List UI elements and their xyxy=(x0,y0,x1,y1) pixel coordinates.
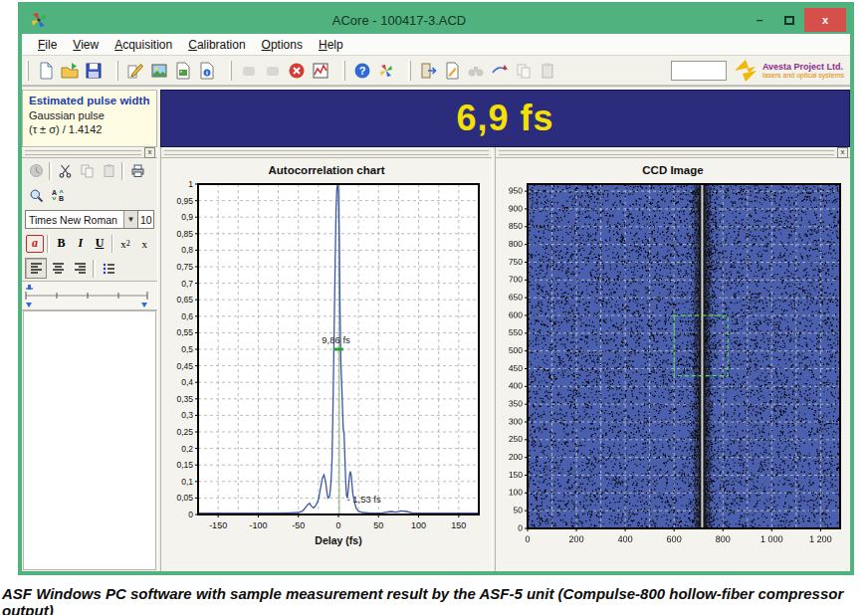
annotate-button[interactable] xyxy=(123,59,147,83)
font-color-button[interactable]: a xyxy=(25,233,45,254)
svg-text:B: B xyxy=(59,195,64,202)
comment-editor-area[interactable] xyxy=(23,310,156,570)
subscript-button[interactable]: x xyxy=(135,233,154,254)
pulse-width-value: 6,9 fs xyxy=(456,98,553,139)
avesta-logo: Avesta Project Ltd. lasers and optical s… xyxy=(733,59,846,83)
svg-text:0,35: 0,35 xyxy=(176,394,193,404)
toolbar-grip[interactable] xyxy=(115,61,118,81)
toolbar-grip[interactable] xyxy=(229,61,232,81)
svg-text:?: ? xyxy=(359,65,366,77)
align-left-button[interactable] xyxy=(25,258,47,279)
menu-item-file[interactable]: File xyxy=(30,36,65,54)
image-info-button[interactable] xyxy=(195,59,219,83)
bold-button[interactable]: B xyxy=(52,233,71,254)
find-button xyxy=(464,59,488,83)
bullet-list-button[interactable] xyxy=(98,258,119,279)
menu-item-help[interactable]: Help xyxy=(311,36,351,54)
screenshot-stage: ACore - 100417-3.ACD – x FileViewAcquisi… xyxy=(0,0,868,615)
svg-text:0,15: 0,15 xyxy=(176,460,193,470)
pulse-width-panel: Estimated pulse width Gaussian pulse (τ … xyxy=(22,90,157,147)
svg-text:0,85: 0,85 xyxy=(176,229,193,239)
toolbar-grip[interactable] xyxy=(26,61,29,81)
close-button[interactable]: x xyxy=(804,8,846,32)
font-size-input[interactable]: 10 xyxy=(138,210,154,229)
toolbar-group xyxy=(26,59,106,83)
dropdown-arrow-icon[interactable]: ▼ xyxy=(123,211,137,228)
menu-item-options[interactable]: Options xyxy=(254,36,311,54)
chart-minibar-grip[interactable] xyxy=(164,150,489,155)
ccd-close-button[interactable]: x xyxy=(837,147,848,158)
font-family-select[interactable]: Times New Roman ▼ xyxy=(25,210,138,229)
find-replace-button[interactable]: AB xyxy=(47,185,69,206)
ccd-title: CCD Image xyxy=(496,158,850,178)
open-file-button[interactable] xyxy=(58,59,82,83)
sidebar-close-button[interactable]: x xyxy=(144,147,155,158)
align-center-button[interactable] xyxy=(47,258,69,279)
report-button[interactable] xyxy=(440,59,464,83)
ccd-minibar-grip[interactable] xyxy=(499,150,834,155)
show-chart-button[interactable] xyxy=(309,59,332,83)
minimize-button[interactable]: – xyxy=(745,8,774,32)
about-button[interactable] xyxy=(374,59,398,83)
autocorrelation-chart[interactable]: 9,86 fs- 1,53 fs00,050,10,150,20,250,30,… xyxy=(162,178,491,560)
picture-doc-icon xyxy=(174,62,192,80)
exit-button[interactable] xyxy=(416,59,440,83)
print-button[interactable] xyxy=(126,160,148,181)
svg-text:0,7: 0,7 xyxy=(181,279,193,289)
svg-text:0,75: 0,75 xyxy=(176,262,193,272)
autocorrelation-chart-body: 9,86 fs- 1,53 fs00,050,10,150,20,250,30,… xyxy=(161,178,492,571)
svg-text:9,86 fs: 9,86 fs xyxy=(322,334,350,345)
autocorrelation-panel: Autocorrelation chart 9,86 fs- 1,53 fs00… xyxy=(161,147,492,571)
paste-clip-icon xyxy=(539,62,556,80)
toolbar-grip[interactable] xyxy=(342,61,345,81)
svg-text:0,5: 0,5 xyxy=(181,344,193,354)
history-clock-icon xyxy=(29,163,44,178)
send-button[interactable] xyxy=(488,59,512,83)
binoculars-icon xyxy=(467,62,485,80)
toolbar-grip[interactable] xyxy=(408,61,411,81)
superscript-button[interactable]: x2 xyxy=(115,233,134,254)
chart-icon xyxy=(312,62,329,80)
new-document-button[interactable] xyxy=(34,59,58,83)
font-color-icon: a xyxy=(26,235,44,253)
stop-red-icon xyxy=(288,62,306,80)
sidebar-minibar-grip[interactable] xyxy=(25,150,141,155)
align-right-icon xyxy=(73,261,88,276)
separator xyxy=(93,260,96,278)
align-right-button[interactable] xyxy=(69,258,91,279)
save-file-button[interactable] xyxy=(82,59,106,83)
svg-text:- 1,53 fs: - 1,53 fs xyxy=(346,494,381,505)
ccd-image-canvas[interactable] xyxy=(498,178,848,562)
copy-icon xyxy=(80,163,95,178)
copy-pages-icon xyxy=(515,62,533,80)
svg-text:0,25: 0,25 xyxy=(176,427,193,437)
logo-line2: lasers and optical systems xyxy=(762,72,844,80)
svg-text:-150: -150 xyxy=(209,520,227,530)
align-center-icon xyxy=(51,261,66,276)
ruler xyxy=(22,281,157,310)
menu-item-acquisition[interactable]: Acquisition xyxy=(107,36,180,54)
help-button[interactable]: ? xyxy=(350,59,374,83)
cut-button[interactable] xyxy=(54,160,76,181)
export-image-button[interactable] xyxy=(171,59,195,83)
align-left-icon xyxy=(29,261,44,276)
italic-button[interactable]: I xyxy=(71,233,90,254)
paste-button xyxy=(536,59,559,83)
separator xyxy=(121,162,124,180)
underline-button[interactable]: U xyxy=(90,233,108,254)
find-button[interactable] xyxy=(25,185,47,206)
menu-item-view[interactable]: View xyxy=(65,36,107,54)
titlebar: ACore - 100417-3.ACD – x xyxy=(22,6,850,34)
maximize-button[interactable] xyxy=(774,8,804,32)
show-image-button[interactable] xyxy=(147,59,171,83)
text-tools-sidebar: x xyxy=(22,147,157,571)
toolbar-group: ? xyxy=(342,59,398,83)
acquisition-stop-button[interactable] xyxy=(285,59,309,83)
separator xyxy=(111,235,114,253)
acquisition-start-button xyxy=(237,59,261,83)
chart-minibar xyxy=(161,147,492,158)
pulse-formula-label: (τ ± σ) / 1.4142 xyxy=(29,123,150,135)
blob-icon xyxy=(240,62,258,80)
menu-item-calibration[interactable]: Calibration xyxy=(180,36,253,54)
annotate-pen-icon xyxy=(126,62,144,80)
